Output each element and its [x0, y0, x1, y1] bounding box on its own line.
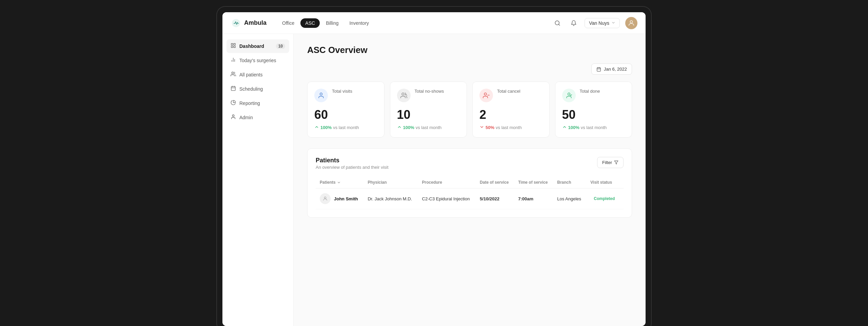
grid-icon — [231, 43, 236, 50]
user-icon — [231, 114, 236, 121]
stat-icon — [479, 89, 493, 102]
stat-card-2: Total cancel 2 50% vs last month — [472, 82, 550, 138]
pie-chart-icon — [231, 100, 236, 107]
patients-section: Patients An overview of patients and the… — [307, 148, 632, 218]
svg-point-14 — [232, 115, 234, 116]
sidebar-item-all-patients[interactable]: All patients — [226, 68, 289, 82]
arrow-up-icon — [397, 125, 402, 130]
content-area: ASC Overview Jan 6, 2022 Total visits 60 — [294, 34, 646, 326]
svg-point-26 — [324, 197, 326, 199]
sidebar-item-reporting[interactable]: Reporting — [226, 96, 289, 110]
sidebar-item-label: Reporting — [239, 101, 260, 106]
svg-line-21 — [406, 94, 407, 95]
col-time-of-service: Time of service — [514, 177, 553, 188]
sidebar-item-label: All patients — [239, 72, 262, 77]
filter-label: Filter — [602, 160, 612, 165]
nav-right: Van Nuys — [552, 17, 637, 29]
date-row: Jan 6, 2022 — [307, 64, 632, 75]
svg-point-1 — [630, 20, 632, 23]
svg-rect-5 — [234, 46, 235, 48]
branch-cell: Los Angeles — [553, 188, 586, 209]
arrow-up-icon — [562, 125, 567, 130]
col-procedure: Procedure — [418, 177, 476, 188]
date-selector[interactable]: Jan 6, 2022 — [591, 64, 632, 75]
stat-label: Total visits — [332, 89, 352, 94]
stat-vs-text: vs last month — [416, 125, 442, 130]
logo-icon — [231, 18, 241, 29]
stat-pct: 100% — [320, 125, 332, 130]
logo-text: Ambula — [244, 19, 267, 26]
stat-value: 50 — [562, 108, 625, 122]
svg-point-20 — [402, 93, 404, 95]
table-row[interactable]: John Smith Dr. Jack Johnson M.D. C2-C3 E… — [316, 188, 624, 209]
patients-table-wrap: Patients PhysicianProcedureDate of servi… — [316, 177, 624, 209]
page-title: ASC Overview — [307, 45, 632, 55]
stat-pct: 100% — [568, 125, 579, 130]
patient-avatar — [320, 193, 331, 204]
arrow-up-icon — [314, 125, 319, 130]
location-selector[interactable]: Van Nuys — [585, 18, 620, 28]
stat-change: 100% vs last month — [562, 125, 625, 130]
arrow-down-icon — [479, 125, 484, 130]
stat-header: Total visits — [314, 89, 377, 102]
stat-label: Total cancel — [497, 89, 520, 94]
nav-link-billing[interactable]: Billing — [321, 18, 343, 28]
svg-rect-2 — [231, 43, 233, 45]
sidebar-badge: 10 — [276, 43, 285, 49]
patients-header: Patients An overview of patients and the… — [316, 157, 624, 170]
stats-grid: Total visits 60 100% vs last month Total… — [307, 82, 632, 138]
status-cell: Completed — [586, 188, 624, 209]
sidebar-item-admin[interactable]: Admin — [226, 111, 289, 124]
table-header-row: Patients PhysicianProcedureDate of servi… — [316, 177, 624, 188]
nav-link-office[interactable]: Office — [277, 18, 299, 28]
stat-value: 10 — [397, 108, 460, 122]
screen: Ambula OfficeASCBillingInventory Van Nuy… — [222, 12, 646, 326]
search-icon[interactable] — [552, 18, 563, 29]
col-physician: Physician — [363, 177, 418, 188]
device-frame: Ambula OfficeASCBillingInventory Van Nuy… — [217, 7, 651, 326]
table-body: John Smith Dr. Jack Johnson M.D. C2-C3 E… — [316, 188, 624, 209]
svg-rect-10 — [231, 87, 235, 91]
users-icon — [231, 71, 236, 78]
date-label: Jan 6, 2022 — [604, 67, 627, 72]
sidebar-item-dashboard[interactable]: Dashboard10 — [226, 39, 289, 53]
sidebar-item-label: Admin — [239, 115, 253, 120]
stat-icon — [314, 89, 328, 102]
nav-link-inventory[interactable]: Inventory — [344, 18, 374, 28]
sidebar-item-today's-surgeries[interactable]: Today's surgeries — [226, 54, 289, 67]
sidebar: Dashboard10Today's surgeriesAll patients… — [222, 34, 294, 326]
patients-subtitle: An overview of patients and their visit — [316, 165, 389, 170]
stat-value: 2 — [479, 108, 542, 122]
stat-label: Total no-shows — [415, 89, 444, 94]
avatar[interactable] — [625, 17, 637, 29]
stat-card-3: Total done 50 100% vs last month — [555, 82, 632, 138]
logo-area: Ambula — [231, 18, 267, 29]
svg-marker-25 — [614, 161, 618, 164]
sidebar-item-label: Dashboard — [239, 43, 264, 49]
patient-name-cell: John Smith — [316, 188, 363, 209]
svg-rect-3 — [234, 43, 235, 45]
stat-header: Total cancel — [479, 89, 542, 102]
nav-links: OfficeASCBillingInventory — [277, 18, 552, 28]
stat-card-0: Total visits 60 100% vs last month — [307, 82, 384, 138]
physician-cell: Dr. Jack Johnson M.D. — [363, 188, 418, 209]
sidebar-item-scheduling[interactable]: Scheduling — [226, 82, 289, 96]
stat-pct: 100% — [403, 125, 414, 130]
stat-value: 60 — [314, 108, 377, 122]
nav-link-asc[interactable]: ASC — [300, 18, 320, 28]
sidebar-item-label: Today's surgeries — [239, 58, 276, 63]
svg-point-24 — [568, 93, 570, 95]
svg-point-19 — [320, 93, 322, 95]
stat-label: Total done — [580, 89, 600, 94]
bell-icon[interactable] — [568, 18, 579, 29]
patient-name: John Smith — [334, 196, 358, 201]
date-cell: 5/10/2022 — [476, 188, 514, 209]
chevron-down-icon — [611, 20, 615, 26]
calendar-icon — [231, 86, 236, 92]
col-branch: Branch — [553, 177, 586, 188]
procedure-cell: C2-C3 Epidural Injection — [418, 188, 476, 209]
stat-vs-text: vs last month — [581, 125, 607, 130]
filter-button[interactable]: Filter — [597, 157, 624, 168]
col-patients[interactable]: Patients — [316, 177, 363, 188]
stat-icon — [562, 89, 576, 102]
